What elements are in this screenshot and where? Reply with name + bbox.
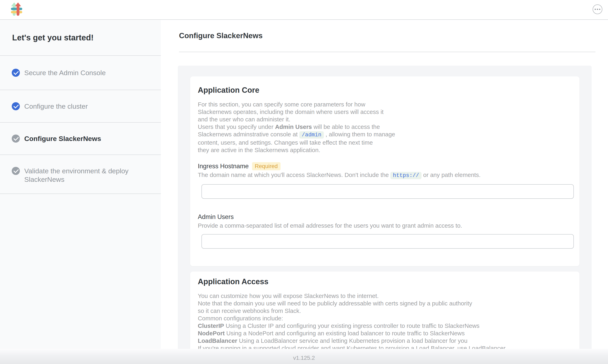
page-title: Configure SlackerNews [179,31,263,40]
step-label: Secure the Admin Console [24,68,106,77]
sidebar-step-configure-slackernews[interactable]: Configure SlackerNews [0,123,161,155]
text-line: You can customize how you will expose Sl… [198,292,574,299]
ingress-hostname-field: Ingress Hostname Required The domain nam… [198,162,574,199]
text-segment: Using a NodePort and configuring an exis… [225,330,465,337]
field-label: Ingress Hostname [198,162,249,170]
top-header-bar [0,0,608,20]
step-label: Validate the environment & deploy Slacke… [24,167,138,184]
sidebar-step-validate-and-deploy[interactable]: Validate the environment & deploy Slacke… [0,155,161,194]
text-line: Slackernews adminstrative console at /ad… [198,130,574,139]
sidebar-step-secure-admin-console[interactable]: Secure the Admin Console [0,56,161,90]
check-circle-icon [12,167,20,175]
version-label: v1.125.2 [293,355,315,361]
text-line: For this section, you can specify some c… [198,101,574,108]
text-line: Note that the domain you use will need t… [198,299,574,307]
overflow-menu-button[interactable] [593,4,602,14]
app-root: Let's get you started! Secure the Admin … [0,0,608,364]
text-line: and the user who can administer it. [198,116,574,123]
text-segment: content, users, and settings. Changes wi… [198,139,373,146]
field-help-text: Provide a comma-separated list of email … [198,222,574,229]
field-label-row: Ingress Hostname Required [198,162,574,170]
text-segment: and the user who can administer it. [198,116,290,123]
application-core-description: For this section, you can specify some c… [198,101,574,154]
code-chip: /admin [299,131,324,139]
text-line: Provide a comma-separated list of email … [198,222,574,229]
text-line: The domain name at which you'll access S… [198,171,574,179]
setup-steps-sidebar: Let's get you started! Secure the Admin … [0,20,161,349]
text-segment: Common configurations include: [198,315,283,322]
text-segment: , allowing them to manage [324,131,395,138]
logo-arrow-red-icon [15,2,21,16]
title-divider [179,52,595,52]
text-line: content, users, and settings. Changes wi… [198,139,574,146]
text-line: Slackernews operates, including the doma… [198,108,574,116]
slackernews-logo [11,2,23,16]
text-segment: The domain name at which you'll access S… [198,171,390,178]
sidebar-step-configure-cluster[interactable]: Configure the cluster [0,90,161,123]
bold-text-segment: NodePort [198,330,225,337]
step-label: Configure SlackerNews [24,134,101,143]
text-line: ClusterIP Using a Cluster IP and configu… [198,322,574,329]
text-segment: will be able to access the [312,123,380,130]
footer-bar: v1.125.2 [0,349,608,364]
check-circle-icon [12,102,20,110]
text-segment: so it can receive webhooks from Slack. [198,307,301,314]
text-segment: Note that the domain you use will need t… [198,300,472,307]
required-badge: Required [252,162,281,170]
ellipsis-icon [595,9,600,10]
text-line: they are active in the Slackernews appli… [198,146,574,154]
field-label-row: Admin Users [198,213,574,221]
text-segment: Provide a comma-separated list of email … [198,222,462,229]
text-segment: they are active in the Slackernews appli… [198,147,320,153]
text-segment: Slackernews operates, including the doma… [198,108,384,115]
field-help-text: The domain name at which you'll access S… [198,171,574,179]
text-line: so it can receive webhooks from Slack. [198,307,574,314]
text-segment: or any path elements. [422,171,481,178]
card-title: Application Core [198,85,574,95]
main-content: Configure SlackerNews Application Core F… [161,20,608,364]
text-segment: For this section, you can specify some c… [198,101,365,108]
admin-users-field: Admin Users Provide a comma-separated li… [198,213,574,249]
ingress-hostname-input[interactable] [201,184,574,199]
text-segment: Slackernews adminstrative console at [198,131,299,138]
code-chip: https:// [390,172,422,179]
admin-users-input[interactable] [201,234,574,249]
check-circle-icon [12,134,20,143]
sidebar-title: Let's get you started! [0,20,161,56]
application-core-card: Application Core For this section, you c… [190,76,580,266]
bold-text-segment: ClusterIP [198,322,224,329]
check-circle-icon [12,69,20,77]
step-label: Configure the cluster [24,102,88,110]
application-access-description: You can customize how you will expose Sl… [198,292,574,352]
field-label: Admin Users [198,213,234,221]
bold-text-segment: Admin Users [275,123,312,130]
text-line: NodePort Using a NodePort and configurin… [198,329,574,337]
text-line: Common configurations include: [198,314,574,322]
text-segment: Using a Cluster IP and configuring your … [224,322,480,329]
bold-text-segment: LoadBalancer [198,337,237,344]
text-segment: Users that you specify under [198,123,275,130]
text-segment: Using a LoadBalancer service and letting… [237,337,468,344]
text-segment: You can customize how you will expose Sl… [198,292,379,299]
config-panel: Application Core For this section, you c… [178,66,592,364]
card-title: Application Access [198,276,574,287]
text-line: LoadBalancer Using a LoadBalancer servic… [198,337,574,344]
text-line: Users that you specify under Admin Users… [198,123,574,130]
